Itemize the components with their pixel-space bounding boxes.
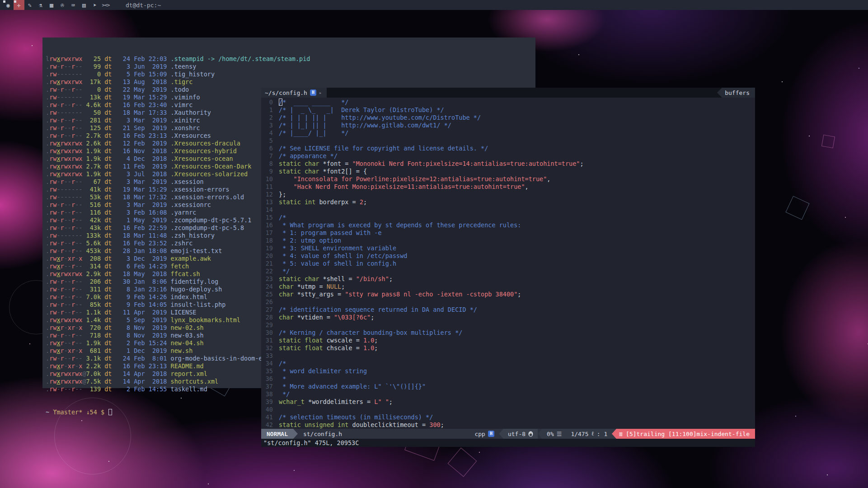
file-owner: dt <box>104 278 112 285</box>
file-date: 18 May 2018 <box>123 270 167 277</box>
file-date: 11 Feb 2019 <box>123 163 167 170</box>
file-name: report.xml <box>171 370 207 377</box>
file-permissions: .rw-r--r-- <box>46 178 86 185</box>
code-line: 28char *vtiden = "\033[?6c"; <box>261 314 755 321</box>
file-date: 24 Feb 22:03 <box>123 55 167 62</box>
file-name: fetch <box>171 263 189 270</box>
file-row: .rw-r--r-- 99 dt 3 Jun 2019 .teensy <box>46 63 535 70</box>
file-permissions: .rwxrwxrwx <box>46 78 86 85</box>
code-line: 26 <box>261 298 755 306</box>
file-permissions: .rwxrwxrwx <box>46 163 86 170</box>
line-number: 4 <box>261 129 273 137</box>
file-owner: dt <box>104 239 112 247</box>
file-name: .Xresources-ocean <box>171 155 233 162</box>
color-dropper-icon[interactable]: ✎ <box>24 0 35 10</box>
file-name: .Xresources <box>171 132 211 139</box>
symlink-target: -> /home/dt/.steam/steam.pid <box>204 55 310 62</box>
tab-config-h[interactable]: ~/s/config.h H ▸ <box>261 88 327 98</box>
file-name: shortcuts.xml <box>171 378 219 385</box>
code-line: 4/* |____/ |_| */ <box>261 129 755 137</box>
file-size: 7.0k <box>86 293 101 300</box>
wallpaper-decor <box>785 196 809 220</box>
file-permissions: .rw-r--r-- <box>46 309 86 316</box>
line-number: 23 <box>261 275 273 283</box>
file-size: 116 <box>86 209 101 216</box>
file-name: insult-list.php <box>171 301 226 308</box>
file-date: 3 Jun 2019 <box>123 63 167 70</box>
image-viewer-icon[interactable]: ▦ <box>46 0 57 10</box>
file-name: .Xresources-Ocean-Dark <box>171 163 252 170</box>
file-owner: dt <box>104 70 112 78</box>
file-manager-icon[interactable]: ▤ <box>79 0 89 10</box>
file-size: 206 <box>86 278 101 285</box>
line-number: 32 <box>261 344 273 352</box>
file-owner: dt <box>104 55 112 62</box>
file-date: 13 Aug 2018 <box>123 78 167 85</box>
line-number: 1 <box>261 106 273 114</box>
line-number: 24 <box>261 283 273 291</box>
line-number: 26 <box>261 298 273 306</box>
file-size: 67 <box>86 178 101 185</box>
code-line: 10 "Inconsolata for Powerline:pixelsize=… <box>261 175 755 183</box>
telegram-icon[interactable]: ➤ <box>89 0 100 10</box>
tab-path-label: ~/s/config.h <box>265 89 307 96</box>
file-size: 3.1k <box>86 355 101 362</box>
file-owner: dt <box>104 347 112 354</box>
file-size: 453k <box>86 247 101 254</box>
file-size: 7.5k <box>86 378 101 385</box>
buffers-tab[interactable]: buffers <box>717 88 755 98</box>
code-line: 12}; <box>261 191 755 198</box>
crosshair-target-icon[interactable]: ✛ <box>14 0 24 10</box>
code-area[interactable]: 0/* ____ _____ */1/* | _ \_ _| Derek Tay… <box>261 98 755 429</box>
file-size: 2.7k <box>86 132 101 139</box>
flask-icon[interactable]: ⚗ <box>35 0 46 10</box>
file-name: .xsession <box>171 178 204 185</box>
file-owner: dt <box>104 362 112 370</box>
video-camera-icon[interactable]: ✇ <box>57 0 68 10</box>
file-date: 3 Jul 2018 <box>123 170 167 178</box>
file-permissions: .rw------- <box>46 94 86 101</box>
file-owner: dt <box>104 339 112 347</box>
file-permissions: .rw-r--r-- <box>46 124 86 131</box>
file-size: 99 <box>86 63 101 70</box>
code-line: 13static int borderpx = 2; <box>261 198 755 206</box>
compass-browser-icon[interactable]: ◉ <box>3 0 14 10</box>
line-number: 34 <box>261 360 273 367</box>
code-line: 23static char *shell = "/bin/sh"; <box>261 275 755 283</box>
file-permissions: lrwxrwxrwx <box>46 55 86 62</box>
status-filename: st/config.h <box>303 429 342 439</box>
editor-window[interactable]: ~/s/config.h H ▸ buffers 0/* ____ _____ … <box>261 88 755 447</box>
file-owner: dt <box>104 216 112 224</box>
file-size: 7.0k <box>86 370 101 377</box>
file-owner: dt <box>104 286 112 293</box>
file-owner: dt <box>104 293 112 300</box>
code-line: 38 */ <box>261 390 755 398</box>
file-owner: dt <box>104 63 112 70</box>
line-number: 36 <box>261 375 273 383</box>
file-size: 2.6k <box>86 140 101 147</box>
file-size: 2.9k <box>86 270 101 277</box>
file-row: .rwxrwxrwx 17k dt 13 Aug 2018 .tigrc <box>46 78 535 86</box>
file-owner: dt <box>104 186 112 193</box>
laptop-icon[interactable]: ⌨ <box>68 0 79 10</box>
status-bar: NORMAL st/config.h cpp H utf-8 0% ☰ 1/47… <box>261 429 755 439</box>
file-size: 311 <box>86 286 101 293</box>
file-permissions: .rw-r--r-- <box>46 385 86 393</box>
line-number: 40 <box>261 406 273 413</box>
powerline-separator-icon <box>499 429 503 439</box>
file-name: .zshrc <box>171 239 193 247</box>
line-number: 37 <box>261 383 273 390</box>
top-bar: ◉✛✎⚗▦✇⌨▤➤><> dt@dt-pc:~ <box>0 0 868 10</box>
fish-shell-icon[interactable]: ><> <box>100 0 111 10</box>
file-date: 19 Mar 15:29 <box>123 94 167 101</box>
prompt-symbol: $ <box>101 408 104 416</box>
code-line: 17 * 1: program passed with -e <box>261 229 755 237</box>
file-name: new-02.sh <box>171 324 204 331</box>
powerline-separator-icon <box>612 429 616 439</box>
file-name: lynx_bookmarks.html <box>171 316 240 324</box>
file-permissions: .rwxr-xr-x <box>46 324 86 331</box>
file-permissions: .rwxr-xr-x <box>46 255 86 262</box>
file-size: 1.9k <box>86 339 101 347</box>
file-permissions: .rw-r--r-- <box>46 216 86 224</box>
file-permissions: .rw-r--r-- <box>46 201 86 208</box>
